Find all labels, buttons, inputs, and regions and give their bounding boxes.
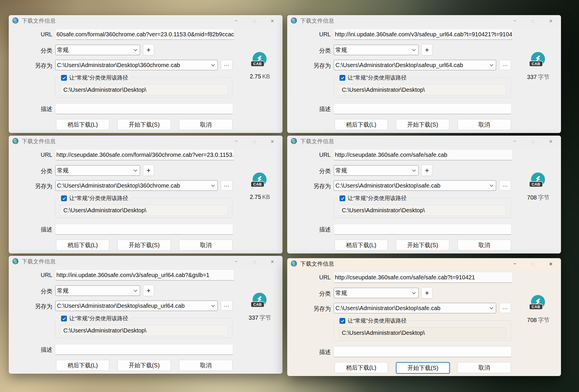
add-category-button[interactable]: + (143, 285, 154, 296)
save-as-select[interactable]: C:\Users\Administrator\Desktop\safeup_ur… (334, 60, 496, 70)
cancel-button[interactable]: 取消 (458, 119, 511, 130)
browse-button[interactable]: ... (221, 301, 233, 311)
save-as-select[interactable]: C:\Users\Administrator\Desktop\360chrome… (55, 60, 218, 70)
browse-button[interactable]: ... (499, 180, 511, 190)
browse-button[interactable]: ... (499, 60, 511, 70)
category-path-field[interactable]: C:\Users\Administrator\Desktop\ (339, 327, 506, 338)
save-as-select[interactable]: C:\Users\Administrator\Desktop\safeup_ur… (55, 301, 218, 311)
close-button[interactable]: ✕ (263, 136, 281, 147)
checkbox-checked-icon[interactable] (61, 195, 67, 201)
maximize-button[interactable]: □ (524, 136, 542, 147)
download-later-button[interactable]: 稍后下载(L) (56, 119, 109, 130)
use-path-for-category-row[interactable]: 让“常规”分类使用该路径 (59, 195, 130, 202)
save-as-select[interactable]: C:\Users\Administrator\Desktop\safe.cab (334, 303, 496, 313)
category-value: 常规 (57, 46, 69, 54)
dialog-titlebar[interactable]: 下载文件信息 − □ ✕ (9, 256, 283, 267)
cancel-button[interactable]: 取消 (179, 360, 233, 371)
minimize-button[interactable]: − (506, 258, 524, 270)
url-field[interactable]: http://cseupdate.360safe.com/formal/360c… (55, 149, 234, 160)
minimize-button[interactable]: − (506, 15, 524, 27)
add-category-button[interactable]: + (143, 165, 154, 176)
description-input[interactable] (55, 224, 233, 235)
description-input[interactable] (55, 103, 233, 114)
dialog-titlebar[interactable]: 下载文件信息 − □ ✕ (9, 136, 283, 147)
dialog-titlebar[interactable]: 下载文件信息 − □ ✕ (9, 15, 283, 27)
category-select[interactable]: 常规 (334, 288, 419, 298)
category-path-field[interactable]: C:\Users\Administrator\Desktop\ (60, 325, 228, 336)
use-path-for-category-row[interactable]: 让“常规”分类使用该路径 (338, 317, 408, 325)
category-path-field[interactable]: C:\Users\Administrator\Desktop\ (60, 205, 228, 216)
minimize-button[interactable]: − (506, 136, 524, 147)
url-field[interactable]: http://ini.update.360safe.com/v3/safeup_… (334, 29, 513, 40)
close-button[interactable]: ✕ (542, 15, 560, 27)
category-path-field[interactable]: C:\Users\Administrator\Desktop\ (60, 84, 228, 95)
cancel-button[interactable]: 取消 (179, 119, 233, 130)
download-later-button[interactable]: 稍后下载(L) (56, 360, 109, 371)
window-controls: − □ ✕ (506, 258, 560, 270)
minimize-button[interactable]: − (227, 256, 245, 267)
cancel-button[interactable]: 取消 (458, 240, 511, 251)
start-download-button[interactable]: 开始下载(S) (396, 362, 450, 374)
close-button[interactable]: ✕ (263, 256, 281, 267)
minimize-button[interactable]: − (227, 15, 245, 27)
browse-button[interactable]: ... (221, 180, 233, 190)
description-input[interactable] (334, 224, 512, 235)
maximize-button[interactable]: □ (524, 15, 542, 27)
checkbox-checked-icon[interactable] (61, 316, 67, 321)
minimize-button[interactable]: − (227, 136, 245, 147)
start-download-button[interactable]: 开始下载(S) (117, 240, 171, 251)
download-later-button[interactable]: 稍后下载(L) (335, 362, 388, 373)
dialog-titlebar[interactable]: 下载文件信息 − □ ✕ (287, 15, 561, 27)
start-download-button[interactable]: 开始下载(S) (117, 119, 171, 130)
add-category-button[interactable]: + (421, 165, 433, 176)
cancel-button[interactable]: 取消 (179, 240, 233, 251)
category-select[interactable]: 常规 (334, 45, 419, 55)
add-category-button[interactable]: + (421, 287, 433, 299)
cancel-button[interactable]: 取消 (458, 362, 511, 373)
description-input[interactable] (55, 344, 233, 355)
start-download-button[interactable]: 开始下载(S) (396, 240, 449, 251)
checkbox-checked-icon[interactable] (339, 195, 345, 201)
browse-button[interactable]: ... (221, 60, 233, 70)
save-as-select[interactable]: C:\Users\Administrator\Desktop\safe.cab (334, 180, 496, 191)
url-field[interactable]: http://cseupdate.360safe.com/safe/safe.c… (334, 272, 513, 283)
url-field[interactable]: 60safe.com/formal/360chrome.cab?ver=23.0… (55, 29, 234, 40)
save-as-select[interactable]: C:\Users\Administrator\Desktop\360chrome… (55, 180, 218, 191)
start-download-button[interactable]: 开始下载(S) (117, 360, 171, 371)
use-path-for-category-row[interactable]: 让“常规”分类使用该路径 (59, 74, 130, 82)
download-later-button[interactable]: 稍后下载(L) (335, 119, 388, 130)
category-path-field[interactable]: C:\Users\Administrator\Desktop\ (339, 205, 506, 216)
download-later-button[interactable]: 稍后下载(L) (335, 240, 388, 251)
category-select[interactable]: 常规 (55, 285, 140, 296)
category-select[interactable]: 常规 (55, 165, 140, 176)
description-label: 描述 (296, 348, 331, 356)
url-field[interactable]: http://ini.update.360safe.com/v3/safeup_… (55, 269, 234, 280)
maximize-button[interactable]: □ (245, 136, 263, 147)
idm-app-icon (11, 17, 19, 25)
start-download-button[interactable]: 开始下载(S) (396, 119, 449, 130)
use-path-for-category-row[interactable]: 让“常规”分类使用该路径 (338, 74, 408, 82)
maximize-button[interactable]: □ (245, 15, 263, 27)
category-path-field[interactable]: C:\Users\Administrator\Desktop\ (339, 84, 506, 95)
browse-button[interactable]: ... (499, 303, 511, 313)
add-category-button[interactable]: + (421, 44, 433, 55)
description-input[interactable] (334, 103, 512, 114)
close-button[interactable]: ✕ (542, 258, 560, 270)
category-select[interactable]: 常规 (334, 165, 419, 176)
add-category-button[interactable]: + (143, 44, 154, 55)
category-select[interactable]: 常规 (55, 45, 140, 55)
use-path-for-category-row[interactable]: 让“常规”分类使用该路径 (59, 315, 130, 322)
maximize-button[interactable]: □ (245, 256, 263, 267)
checkbox-checked-icon[interactable] (339, 318, 345, 324)
download-later-button[interactable]: 稍后下载(L) (56, 240, 109, 251)
close-button[interactable]: ✕ (263, 15, 281, 27)
dialog-titlebar[interactable]: 下载文件信息 − □ ✕ (287, 258, 561, 270)
description-input[interactable] (334, 346, 512, 357)
use-path-for-category-row[interactable]: 让“常规”分类使用该路径 (338, 195, 408, 202)
checkbox-checked-icon[interactable] (339, 75, 345, 81)
url-field[interactable]: http://cseupdate.360safe.com/safe/safe.c… (334, 149, 513, 160)
maximize-button[interactable]: □ (524, 258, 542, 270)
checkbox-checked-icon[interactable] (61, 75, 67, 81)
dialog-titlebar[interactable]: 下载文件信息 − □ ✕ (287, 136, 561, 147)
close-button[interactable]: ✕ (542, 136, 560, 147)
